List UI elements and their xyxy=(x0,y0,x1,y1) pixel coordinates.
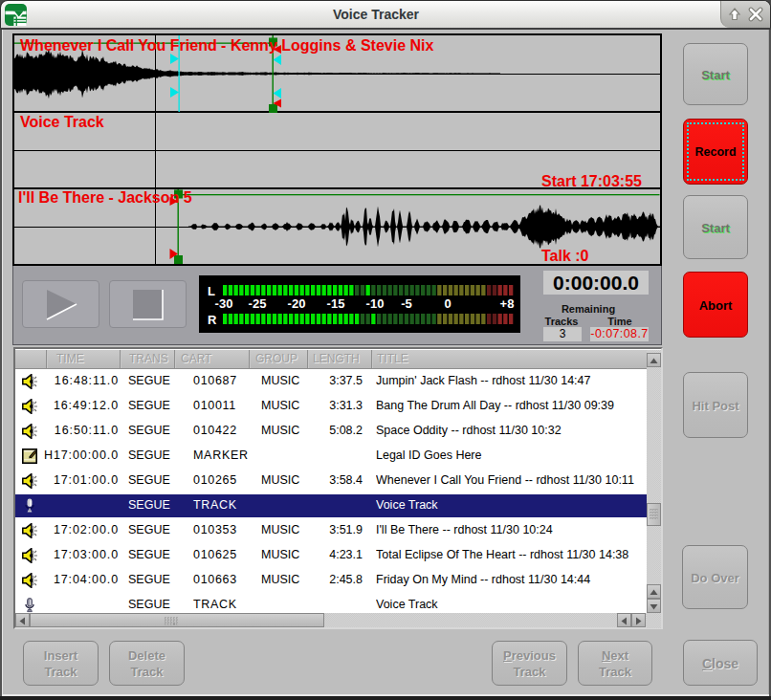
svg-text:-20: -20 xyxy=(288,296,306,311)
svg-text:0: 0 xyxy=(444,296,451,311)
svg-text:+8: +8 xyxy=(500,296,515,311)
svg-text:-5: -5 xyxy=(401,296,412,311)
svg-text:-10: -10 xyxy=(366,296,385,311)
svg-text:-15: -15 xyxy=(327,296,345,311)
svg-text:-30: -30 xyxy=(215,296,233,311)
svg-text:-25: -25 xyxy=(249,296,267,311)
svg-text:R: R xyxy=(208,313,217,327)
